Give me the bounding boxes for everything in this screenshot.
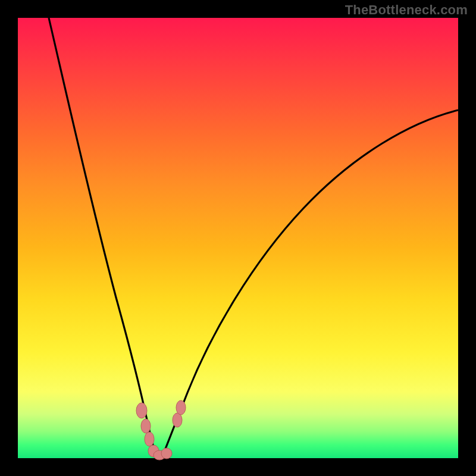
chart-frame: TheBottleneck.com	[0, 0, 476, 476]
curve-path	[49, 18, 458, 456]
svg-point-7	[176, 400, 186, 415]
chart-plot-area	[18, 18, 458, 458]
bottleneck-curve	[18, 18, 458, 458]
svg-point-1	[141, 419, 151, 433]
svg-point-2	[145, 432, 154, 446]
curve-markers	[136, 400, 186, 460]
watermark-text: TheBottleneck.com	[345, 2, 468, 18]
svg-point-5	[161, 448, 172, 459]
svg-point-0	[136, 403, 147, 418]
svg-point-6	[173, 413, 182, 427]
